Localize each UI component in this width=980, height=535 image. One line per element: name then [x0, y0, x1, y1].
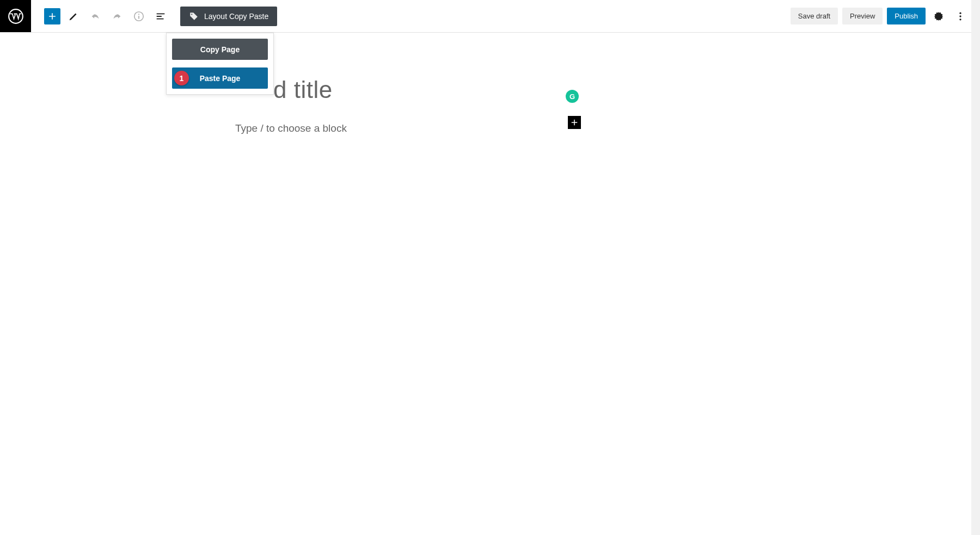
pencil-icon	[68, 10, 79, 22]
layout-copy-paste-label: Layout Copy Paste	[204, 12, 268, 21]
wordpress-logo[interactable]	[0, 0, 31, 32]
plus-icon	[569, 118, 579, 127]
preview-button[interactable]: Preview	[842, 8, 883, 24]
redo-button[interactable]	[108, 8, 126, 25]
svg-point-2	[138, 14, 139, 15]
undo-icon	[89, 10, 101, 22]
list-icon	[155, 10, 167, 22]
undo-button[interactable]	[87, 8, 104, 25]
toolbar-right-group: Save draft Preview Publish	[791, 8, 980, 25]
toolbar-left-group: Layout Copy Paste	[31, 7, 277, 26]
grammarly-badge[interactable]: G	[566, 90, 579, 103]
svg-point-4	[191, 14, 192, 15]
dots-vertical-icon	[955, 11, 966, 22]
info-icon	[133, 10, 145, 22]
wordpress-icon	[8, 9, 23, 24]
edit-mode-button[interactable]	[65, 8, 82, 25]
editor-topbar: Layout Copy Paste Save draft Preview Pub…	[0, 0, 980, 33]
svg-point-0	[9, 9, 23, 23]
vertical-scrollbar[interactable]	[971, 0, 980, 535]
add-block-inline-button[interactable]	[568, 116, 581, 129]
layout-copy-paste-button[interactable]: Layout Copy Paste	[180, 7, 277, 26]
svg-point-6	[959, 15, 961, 17]
gear-icon	[933, 10, 945, 22]
more-options-button[interactable]	[952, 8, 969, 25]
post-title-input[interactable]: d title	[273, 76, 980, 103]
svg-point-5	[959, 12, 961, 14]
save-draft-button[interactable]: Save draft	[791, 8, 838, 24]
outline-button[interactable]	[152, 8, 169, 25]
tag-icon	[189, 11, 199, 21]
add-block-button[interactable]	[44, 8, 60, 24]
svg-rect-3	[138, 16, 139, 19]
editor-content: d title Type / to choose a block	[0, 33, 980, 134]
svg-point-7	[959, 19, 961, 20]
plus-icon	[47, 11, 58, 22]
publish-button[interactable]: Publish	[887, 8, 926, 24]
block-prompt[interactable]: Type / to choose a block	[235, 122, 980, 134]
redo-icon	[111, 10, 123, 22]
info-button[interactable]	[130, 8, 148, 25]
settings-button[interactable]	[930, 8, 947, 25]
